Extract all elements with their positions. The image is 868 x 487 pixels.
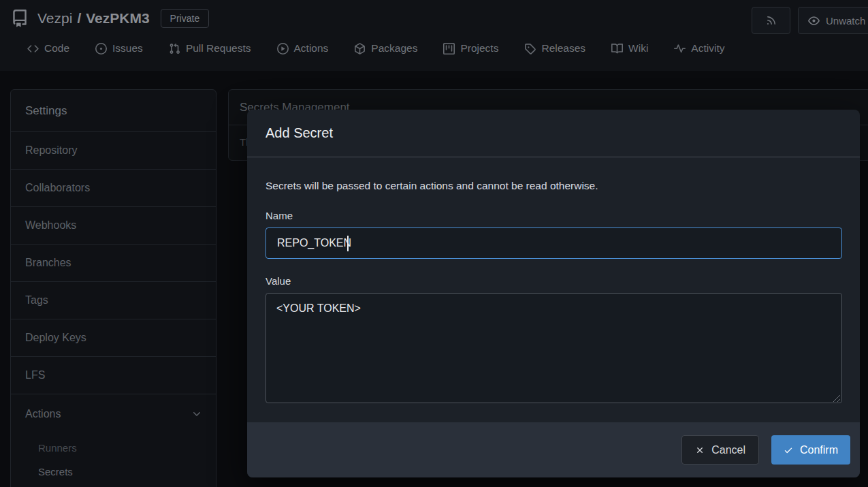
confirm-button[interactable]: Confirm xyxy=(771,435,850,465)
add-secret-modal: Add Secret Secrets will be passed to cer… xyxy=(247,110,860,477)
text-cursor xyxy=(347,236,349,251)
value-textarea-wrap: <YOUR TOKEN> xyxy=(266,293,842,406)
check-icon xyxy=(784,445,793,455)
x-icon xyxy=(695,445,705,455)
page: Vezpi / VezPKM3 Private Unwatch Code xyxy=(0,0,868,487)
modal-description: Secrets will be passed to certain action… xyxy=(266,180,842,192)
name-field-label: Name xyxy=(266,210,842,221)
secret-value-textarea[interactable]: <YOUR TOKEN> xyxy=(266,293,842,403)
name-input-wrap xyxy=(266,227,842,259)
secret-name-input[interactable] xyxy=(266,227,842,259)
modal-footer: Cancel Confirm xyxy=(247,422,860,477)
modal-title: Add Secret xyxy=(266,125,333,141)
confirm-label: Confirm xyxy=(800,444,838,456)
cancel-label: Cancel xyxy=(711,444,745,456)
modal-body: Secrets will be passed to certain action… xyxy=(247,157,860,422)
modal-header: Add Secret xyxy=(247,110,860,157)
value-field-label: Value xyxy=(266,275,842,287)
cancel-button[interactable]: Cancel xyxy=(681,435,759,465)
